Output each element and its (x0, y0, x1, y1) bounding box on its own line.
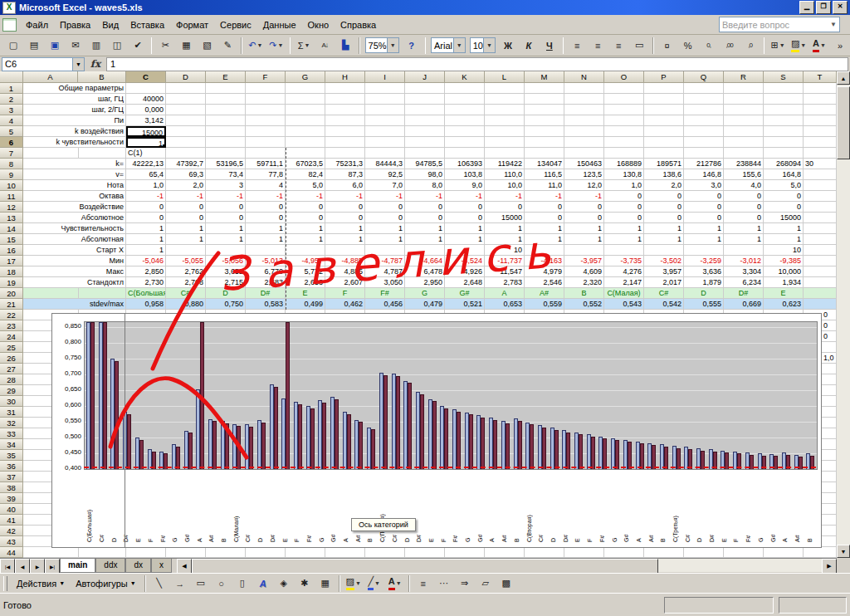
cell-P16[interactable] (644, 245, 684, 256)
cell-Q15[interactable]: 1 (684, 234, 724, 245)
cell-H11[interactable]: -1 (325, 191, 365, 202)
cell-E8[interactable]: 53196,5 (206, 159, 246, 169)
autosum-icon[interactable]: Σ▼ (294, 37, 314, 55)
font-select[interactable]: Arial▼ (431, 37, 466, 53)
cell-R7[interactable] (724, 148, 764, 159)
cell-N8[interactable]: 150463 (564, 159, 604, 169)
cell-M19[interactable]: 2,546 (525, 277, 564, 288)
mail-icon[interactable]: ✉ (66, 37, 85, 55)
cell-D11[interactable]: -1 (166, 191, 206, 202)
cell-R10[interactable]: 4,0 (724, 180, 764, 191)
cell-K14[interactable]: 1 (445, 223, 485, 234)
cell-G44[interactable] (286, 547, 325, 558)
sheet-tab-dx[interactable]: dx (125, 559, 151, 573)
cell-F2[interactable] (246, 94, 286, 105)
cell-Q8[interactable]: 212786 (684, 159, 724, 169)
cell-T15[interactable] (804, 234, 837, 245)
cell-R9[interactable]: 155,6 (724, 169, 764, 180)
row-label-4[interactable]: Пи (23, 115, 126, 126)
paste-icon[interactable]: ▧ (197, 37, 217, 55)
cell-K4[interactable] (445, 115, 485, 126)
cell-S18[interactable]: 10,000 (764, 266, 804, 277)
cell-R21[interactable]: 0,669 (724, 299, 764, 310)
clipart-icon[interactable]: ✱ (295, 574, 315, 593)
cell-C9[interactable]: 65,4 (126, 169, 166, 180)
cell-E13[interactable]: 0 (206, 213, 246, 223)
cell-T21[interactable] (804, 299, 837, 310)
row-header-29[interactable]: 29 (0, 385, 23, 396)
row-label-2[interactable]: шаг, ГЦ (23, 94, 126, 105)
cell-D7[interactable] (166, 148, 206, 159)
decrease-decimal-icon[interactable]: ,0 (740, 37, 760, 55)
cell-D16[interactable] (166, 245, 206, 256)
cell-Q4[interactable] (684, 115, 724, 126)
row-label-18[interactable]: Макс (23, 266, 126, 277)
cell-M13[interactable]: 0 (525, 213, 564, 223)
cell-M14[interactable]: 1 (525, 223, 564, 234)
cell-S12[interactable]: 0 (764, 202, 804, 213)
cell-D44[interactable] (166, 547, 206, 558)
cell-S13[interactable]: 15000 (764, 213, 804, 223)
cell-P10[interactable]: 2,0 (644, 180, 684, 191)
cell-G7[interactable] (286, 148, 325, 159)
cell-D15[interactable]: 1 (166, 234, 206, 245)
cell-L4[interactable] (485, 115, 525, 126)
oval-icon[interactable]: ○ (212, 574, 232, 593)
column-header-E[interactable]: E (206, 71, 246, 83)
picture-icon[interactable]: ▦ (315, 574, 335, 593)
cell-J3[interactable] (405, 105, 445, 115)
cell-F13[interactable]: 0 (246, 213, 286, 223)
insert-function-button[interactable]: fx (85, 58, 106, 70)
dash-style-icon[interactable]: ⋯ (434, 574, 454, 593)
cell-Q14[interactable]: 1 (684, 223, 724, 234)
row-header-36[interactable]: 36 (0, 461, 23, 472)
column-header-Q[interactable]: Q (684, 71, 724, 83)
cell-I14[interactable]: 1 (365, 223, 405, 234)
cell-H2[interactable] (325, 94, 365, 105)
cell-D6[interactable] (166, 137, 206, 148)
cell-O20[interactable]: С(Малая) (604, 288, 644, 299)
menu-item-insert[interactable]: Вставка (125, 17, 170, 32)
cell-N16[interactable] (564, 245, 604, 256)
cell-K12[interactable]: 0 (445, 202, 485, 213)
percent-icon[interactable]: % (678, 37, 698, 55)
cell-N21[interactable]: 0,552 (564, 299, 604, 310)
cell-G9[interactable]: 82,4 (286, 169, 325, 180)
cell-N17[interactable]: -3,957 (564, 256, 604, 266)
redo-icon[interactable]: ↷▼ (266, 37, 286, 55)
cell-M15[interactable]: 1 (525, 234, 564, 245)
cell-F4[interactable] (246, 115, 286, 126)
cell-C8[interactable]: 42222,13 (126, 159, 166, 169)
cell-J15[interactable]: 1 (405, 234, 445, 245)
cell-T8[interactable]: 30 (804, 159, 837, 169)
cell-H6[interactable] (325, 137, 365, 148)
cell-E2[interactable] (206, 94, 246, 105)
cell-P18[interactable]: 3,957 (644, 266, 684, 277)
sort-ascending-icon[interactable]: А↓ (315, 37, 335, 55)
line-style-icon[interactable]: ≡ (413, 574, 433, 593)
cell-F8[interactable]: 59711,1 (246, 159, 286, 169)
chart-wizard-icon[interactable]: ▙ (335, 37, 355, 55)
cell-P5[interactable] (644, 126, 684, 137)
cell-M44[interactable] (525, 547, 564, 558)
cell-T6[interactable] (804, 137, 837, 148)
row-header-38[interactable]: 38 (0, 482, 23, 493)
cell-Q7[interactable] (684, 148, 724, 159)
cell-G5[interactable] (286, 126, 325, 137)
toolbar-grip[interactable] (3, 576, 7, 591)
row-header-31[interactable]: 31 (0, 407, 23, 418)
cell-F14[interactable]: 1 (246, 223, 286, 234)
cell-N12[interactable]: 0 (564, 202, 604, 213)
cell-R5[interactable] (724, 126, 764, 137)
cell-J21[interactable]: 0,479 (405, 299, 445, 310)
cell-O17[interactable]: -3,735 (604, 256, 644, 266)
cell-S3[interactable] (764, 105, 804, 115)
cell-E12[interactable]: 0 (206, 202, 246, 213)
cell-O2[interactable] (604, 94, 644, 105)
cell-I5[interactable] (365, 126, 405, 137)
cell-S15[interactable]: 1 (764, 234, 804, 245)
cell-Q17[interactable]: -3,259 (684, 256, 724, 266)
cell-L19[interactable]: 2,783 (485, 277, 525, 288)
row-header-40[interactable]: 40 (0, 504, 23, 515)
cell-S4[interactable] (764, 115, 804, 126)
